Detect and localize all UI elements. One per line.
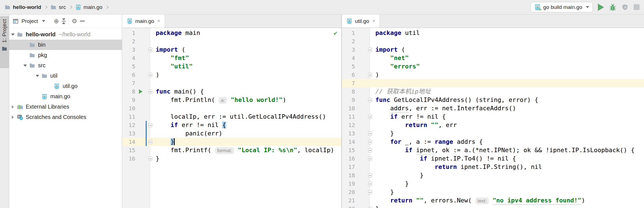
code-line[interactable]: 12 if err != nil { <box>122 121 341 129</box>
code-line[interactable]: 14 } <box>122 138 341 146</box>
settings-gear-icon[interactable]: ⚙ <box>72 18 77 24</box>
line-number: 9 <box>122 96 138 104</box>
breadcrumb-item[interactable]: hello-world <box>4 4 41 10</box>
gutter-icons <box>357 71 370 79</box>
fold-start-icon[interactable] <box>148 123 152 127</box>
tree-item-pkg[interactable]: pkg <box>9 50 122 60</box>
breadcrumb-item[interactable]: src <box>50 4 66 10</box>
locate-icon[interactable]: ⊕ <box>54 18 59 24</box>
code-token: } <box>171 138 174 145</box>
fold-end-icon[interactable] <box>368 132 372 136</box>
code-line[interactable]: 5 "util" <box>122 62 341 71</box>
fold-start-icon[interactable] <box>368 148 372 152</box>
tree-item-util-go[interactable]: util.go <box>9 81 122 91</box>
code-line[interactable]: 17 return ipnet.IP.String(), nil <box>342 163 644 171</box>
code-line[interactable]: 7 <box>122 79 341 87</box>
code-line[interactable]: 16} <box>122 154 341 163</box>
debug-button[interactable] <box>609 4 616 11</box>
fold-start-icon[interactable] <box>368 140 372 144</box>
code-line[interactable]: 2 <box>342 37 644 46</box>
code-line[interactable]: 22} <box>342 205 644 208</box>
breadcrumb-item[interactable]: main.go <box>75 4 103 10</box>
fold-end-icon[interactable] <box>148 140 152 144</box>
fold-end-icon[interactable] <box>148 73 152 77</box>
parameter-hint: text: <box>475 197 489 204</box>
tree-item-main-go[interactable]: main.go <box>9 91 122 102</box>
tree-item-bin[interactable]: bin <box>9 40 122 50</box>
chevron-expanded-icon[interactable] <box>22 64 29 67</box>
code-text <box>150 79 156 87</box>
chevron-expanded-icon[interactable] <box>9 34 16 36</box>
code-line[interactable]: 9func GetLocalIPv4Address() (string, err… <box>342 96 644 104</box>
code-line[interactable]: 8func main() { <box>122 87 341 96</box>
code-line[interactable]: 3import ( <box>122 46 341 54</box>
stop-button[interactable] <box>634 4 640 10</box>
code-line[interactable]: 6) <box>342 71 644 79</box>
code-line[interactable]: 8// 获取本机ip地址 <box>342 87 644 96</box>
tab-util-go[interactable]: util.go × <box>342 15 380 28</box>
tree-item-util[interactable]: util <box>9 71 122 81</box>
tree-item-hello-world[interactable]: hello-world~/hello-world <box>9 29 122 40</box>
fold-end-icon[interactable] <box>368 182 372 186</box>
fold-start-icon[interactable] <box>368 115 372 119</box>
code-line[interactable]: 4 "fmt" <box>122 54 341 62</box>
code-line[interactable]: 21 return "", errors.New( text: "no ipv4… <box>342 196 644 205</box>
code-line[interactable]: 5 "errors" <box>342 62 644 71</box>
chevron-down-icon[interactable] <box>42 20 45 22</box>
code-line[interactable]: 4 "net" <box>342 54 644 62</box>
code-line[interactable]: 11 if err != nil { <box>342 113 644 121</box>
code-line[interactable]: 9 fmt.Println( a: "hello world!") <box>122 96 341 104</box>
fold-end-icon[interactable] <box>368 73 372 77</box>
run-gutter-icon[interactable] <box>139 89 143 94</box>
fold-end-icon[interactable] <box>368 173 372 178</box>
code-line[interactable]: 15 if ipnet, ok := a.(*net.IPNet); ok &&… <box>342 146 644 154</box>
fold-start-icon[interactable] <box>368 157 372 161</box>
code-line[interactable]: 18 } <box>342 171 644 180</box>
hide-icon[interactable] <box>80 21 85 21</box>
code-editor-util-go[interactable]: 1package util23import (4 "net"5 "errors"… <box>342 28 644 208</box>
chevron-collapsed-icon[interactable] <box>9 105 16 109</box>
close-icon[interactable]: × <box>372 18 375 24</box>
code-line[interactable]: 1package util <box>342 29 644 37</box>
code-line[interactable]: 16 if ipnet.IP.To4() != nil { <box>342 154 644 163</box>
tool-window-button-project[interactable]: 1: Project <box>0 16 9 68</box>
code-line[interactable]: 10 <box>122 104 341 113</box>
fold-start-icon[interactable] <box>148 48 152 52</box>
run-with-coverage-button[interactable] <box>621 4 629 11</box>
go-file-icon <box>41 94 48 100</box>
fold-end-icon[interactable] <box>368 190 372 194</box>
fold-start-icon[interactable] <box>368 48 372 52</box>
code-line[interactable]: 3import ( <box>342 46 644 54</box>
chevron-expanded-icon[interactable] <box>34 75 41 77</box>
gutter-icons <box>357 163 370 171</box>
project-panel-title[interactable]: Project <box>22 18 38 24</box>
collapse-all-icon[interactable] <box>62 18 66 24</box>
code-line[interactable]: 7 <box>342 79 644 87</box>
code-line[interactable]: 2 <box>122 37 341 46</box>
tree-item-scratches-and-consoles[interactable]: Scratches and Consoles <box>9 112 122 122</box>
fold-start-icon[interactable] <box>368 98 372 102</box>
code-token: ) <box>283 96 286 103</box>
code-line[interactable]: 14 for _, a := range addrs { <box>342 138 644 146</box>
code-line[interactable]: 1package main <box>122 29 341 37</box>
code-line[interactable]: 19 } <box>342 180 644 188</box>
tree-item-external-libraries[interactable]: External Libraries <box>9 102 122 112</box>
run-config-select[interactable]: go build main.go <box>531 2 593 12</box>
code-line[interactable]: 11 localIp, err := util.GetLocalIPv4Addr… <box>122 113 341 121</box>
close-icon[interactable]: × <box>157 18 160 24</box>
chevron-collapsed-icon[interactable] <box>9 116 16 119</box>
code-editor-main-go[interactable]: 1package main23import (4 "fmt"5 "util"6)… <box>122 28 341 208</box>
tree-item-src[interactable]: src <box>9 60 122 71</box>
run-button[interactable] <box>598 4 604 11</box>
code-line[interactable]: 12 return "", err <box>342 121 644 129</box>
code-line[interactable]: 13 } <box>342 129 644 138</box>
tab-main-go[interactable]: main.go × <box>122 15 165 28</box>
code-line[interactable]: 13 panic(err) <box>122 129 341 138</box>
code-line[interactable]: 6) <box>122 71 341 79</box>
fold-end-icon[interactable] <box>148 157 152 161</box>
code-line[interactable]: 20 } <box>342 188 644 196</box>
fold-end-icon[interactable] <box>368 207 372 208</box>
code-line[interactable]: 15 fmt.Printf( format: "Local IP: %s\n",… <box>122 146 341 154</box>
code-line[interactable]: 10 addrs, err := net.InterfaceAddrs() <box>342 104 644 113</box>
fold-start-icon[interactable] <box>148 90 152 94</box>
